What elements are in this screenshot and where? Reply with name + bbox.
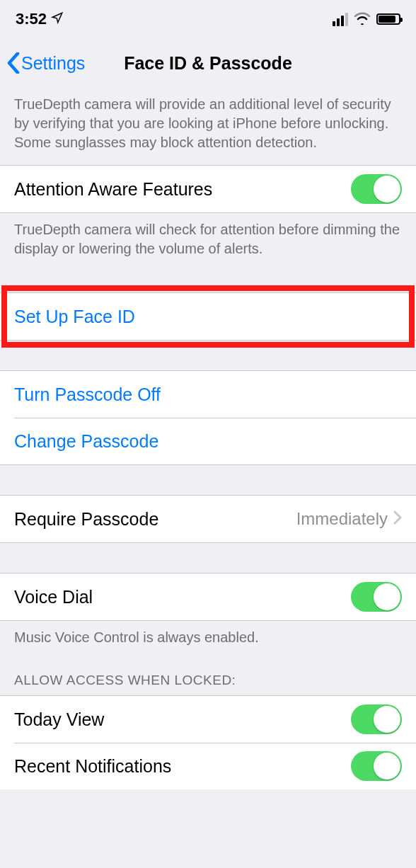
setup-faceid-row[interactable]: Set Up Face ID [0, 293, 416, 340]
allow-access-header: ALLOW ACCESS WHEN LOCKED: [0, 653, 416, 695]
turn-passcode-off-label: Turn Passcode Off [14, 384, 402, 405]
require-passcode-label: Require Passcode [14, 509, 296, 530]
truedepth-footer: TrueDepth camera will provide an additio… [0, 88, 416, 165]
turn-passcode-off-row[interactable]: Turn Passcode Off [0, 371, 416, 418]
status-time: 3:52 [16, 10, 47, 28]
chevron-right-icon [393, 509, 402, 529]
attention-aware-label: Attention Aware Features [14, 179, 351, 200]
today-view-toggle[interactable] [351, 704, 402, 734]
voice-dial-row[interactable]: Voice Dial [0, 573, 416, 620]
change-passcode-label: Change Passcode [14, 431, 402, 452]
location-icon [51, 10, 64, 28]
chevron-left-icon [7, 52, 20, 74]
change-passcode-row[interactable]: Change Passcode [0, 418, 416, 464]
navigation-bar: Settings Face ID & Passcode [0, 38, 416, 88]
cellular-icon [333, 13, 348, 26]
back-label: Settings [21, 53, 85, 74]
setup-faceid-label: Set Up Face ID [14, 307, 402, 327]
recent-notifications-toggle[interactable] [351, 751, 402, 781]
recent-notifications-label: Recent Notifications [14, 756, 351, 777]
back-button[interactable]: Settings [7, 52, 85, 74]
require-passcode-row[interactable]: Require Passcode Immediately [0, 496, 416, 542]
wifi-icon [354, 11, 371, 28]
today-view-label: Today View [14, 709, 351, 730]
content: TrueDepth camera will provide an additio… [0, 88, 416, 789]
voice-dial-toggle[interactable] [351, 582, 402, 612]
voice-dial-label: Voice Dial [14, 587, 351, 607]
attention-aware-row[interactable]: Attention Aware Features [0, 166, 416, 212]
today-view-row[interactable]: Today View [0, 696, 416, 743]
recent-notifications-row[interactable]: Recent Notifications [0, 743, 416, 789]
voice-dial-footer: Music Voice Control is always enabled. [0, 621, 416, 653]
battery-icon [376, 13, 400, 25]
attention-aware-footer: TrueDepth camera will check for attentio… [0, 213, 416, 271]
status-bar: 3:52 [0, 0, 416, 38]
page-title: Face ID & Passcode [124, 53, 292, 74]
require-passcode-value: Immediately [296, 509, 388, 529]
attention-aware-toggle[interactable] [351, 174, 402, 204]
